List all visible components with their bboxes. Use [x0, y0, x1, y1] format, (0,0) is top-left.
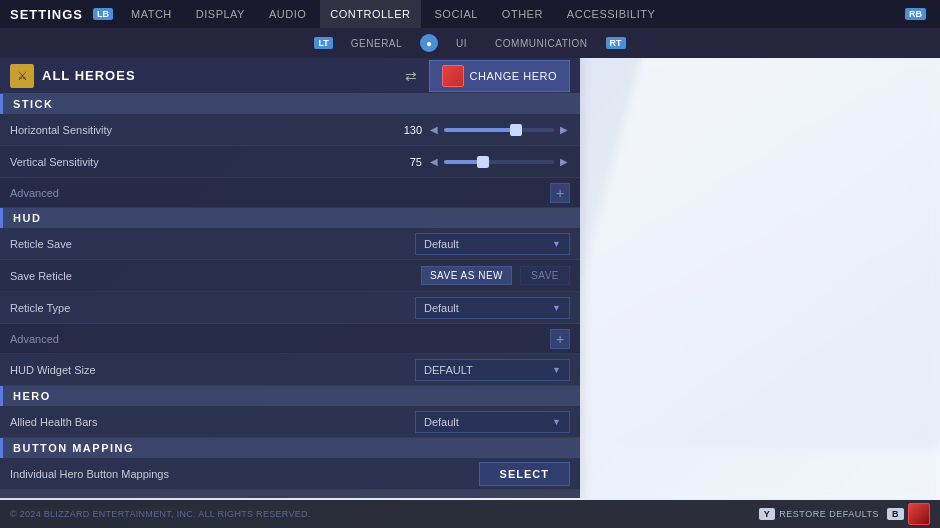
- hud-advanced-row: Advanced +: [0, 324, 580, 354]
- button-mapping-row: Individual Hero Button Mappings SELECT: [0, 458, 580, 490]
- reticle-type-label: Reticle Type: [10, 302, 415, 314]
- hud-advanced-label: Advanced: [10, 333, 550, 345]
- save-as-new-button[interactable]: SAVE AS NEW: [421, 266, 512, 285]
- horizontal-sensitivity-row: Horizontal Sensitivity 130 ◀ ▶: [0, 114, 580, 146]
- tab-social[interactable]: SOCIAL: [425, 0, 488, 28]
- horizontal-slider-right[interactable]: ▶: [558, 122, 570, 137]
- rt-badge[interactable]: RT: [606, 37, 626, 49]
- subnav-dot: ●: [420, 34, 438, 52]
- vertical-slider-container: ◀ ▶: [428, 154, 570, 169]
- settings-content: STICK Horizontal Sensitivity 130 ◀ ▶ Ver…: [0, 94, 580, 498]
- tab-controller[interactable]: CONTROLLER: [320, 0, 420, 28]
- section-hud: HUD: [0, 208, 580, 228]
- button-mapping-label: Individual Hero Button Mappings: [10, 468, 479, 480]
- hero-header: ⚔ ALL HEROES ⇄ CHANGE HERO: [0, 58, 580, 94]
- subnav-communication[interactable]: COMMUNICATION: [481, 28, 601, 58]
- vertical-slider-thumb[interactable]: [477, 156, 489, 168]
- reticle-type-dropdown[interactable]: Default ▼: [415, 297, 570, 319]
- reticle-type-arrow: ▼: [552, 303, 561, 313]
- lt-badge[interactable]: LT: [314, 37, 332, 49]
- hud-widget-size-row: HUD Widget Size DEFAULT ▼: [0, 354, 580, 386]
- vertical-sensitivity-row: Vertical Sensitivity 75 ◀ ▶: [0, 146, 580, 178]
- lb-badge[interactable]: LB: [93, 8, 113, 20]
- b-badge: B: [887, 508, 904, 520]
- horizontal-slider-left[interactable]: ◀: [428, 122, 440, 137]
- save-button[interactable]: SAVE: [520, 266, 570, 285]
- hero-portrait: [442, 65, 464, 87]
- horizontal-slider-thumb[interactable]: [510, 124, 522, 136]
- content-area: ⚔ ALL HEROES ⇄ CHANGE HERO STICK Horizon…: [0, 58, 940, 498]
- allied-health-bars-label: Allied Health Bars: [10, 416, 415, 428]
- hud-widget-size-arrow: ▼: [552, 365, 561, 375]
- allied-health-bars-arrow: ▼: [552, 417, 561, 427]
- vertical-slider-right[interactable]: ▶: [558, 154, 570, 169]
- reticle-save-arrow: ▼: [552, 239, 561, 249]
- tab-display[interactable]: DISPLAY: [186, 0, 255, 28]
- hero-icon: ⚔: [10, 64, 34, 88]
- tab-accessibility[interactable]: ACCESSIBILITY: [557, 0, 665, 28]
- section-hero: HERO: [0, 386, 580, 406]
- reticle-save-label: Reticle Save: [10, 238, 415, 250]
- allied-health-bars-row: Allied Health Bars Default ▼: [0, 406, 580, 438]
- horizontal-slider-fill: [444, 128, 516, 132]
- save-reticle-row: Save Reticle SAVE AS NEW SAVE: [0, 260, 580, 292]
- sub-navigation: LT GENERAL ● UI COMMUNICATION RT: [0, 28, 940, 58]
- tab-match[interactable]: MATCH: [121, 0, 182, 28]
- vertical-sensitivity-value: 75: [382, 156, 422, 168]
- swap-icon[interactable]: ⇄: [401, 66, 421, 86]
- reticle-type-value: Default: [424, 302, 459, 314]
- save-reticle-label: Save Reticle: [10, 270, 413, 282]
- horizontal-sensitivity-value: 130: [382, 124, 422, 136]
- rb-badge[interactable]: RB: [905, 8, 926, 20]
- stick-advanced-row: Advanced +: [0, 178, 580, 208]
- section-stick: STICK: [0, 94, 580, 114]
- top-navigation: SETTINGS LB MATCH DISPLAY AUDIO CONTROLL…: [0, 0, 940, 28]
- restore-defaults-action: Y RESTORE DEFAULTS: [759, 508, 879, 520]
- restore-defaults-label: RESTORE DEFAULTS: [779, 509, 879, 519]
- hud-advanced-expand[interactable]: +: [550, 329, 570, 349]
- left-panel: ⚔ ALL HEROES ⇄ CHANGE HERO STICK Horizon…: [0, 58, 580, 498]
- tab-audio[interactable]: AUDIO: [259, 0, 316, 28]
- section-button-mapping: BUTTON MAPPING: [0, 438, 580, 458]
- bottom-actions: Y RESTORE DEFAULTS B: [759, 503, 930, 525]
- allied-health-bars-value: Default: [424, 416, 459, 428]
- change-hero-button[interactable]: CHANGE HERO: [429, 60, 570, 92]
- hero-thumb-icon: [908, 503, 930, 525]
- copyright-text: © 2024 BLIZZARD ENTERTAINMENT, INC. ALL …: [10, 509, 759, 519]
- change-hero-label: CHANGE HERO: [470, 70, 557, 82]
- vertical-sensitivity-label: Vertical Sensitivity: [10, 156, 382, 168]
- horizontal-slider-container: ◀ ▶: [428, 122, 570, 137]
- horizontal-sensitivity-label: Horizontal Sensitivity: [10, 124, 382, 136]
- select-button[interactable]: SELECT: [479, 462, 570, 486]
- stick-advanced-label: Advanced: [10, 187, 550, 199]
- reticle-save-value: Default: [424, 238, 459, 250]
- hero-name: ALL HEROES: [42, 68, 393, 83]
- hud-widget-size-label: HUD Widget Size: [10, 364, 415, 376]
- app-title: SETTINGS: [10, 7, 83, 22]
- hud-widget-size-dropdown[interactable]: DEFAULT ▼: [415, 359, 570, 381]
- subnav-general[interactable]: GENERAL: [337, 28, 416, 58]
- reticle-save-dropdown[interactable]: Default ▼: [415, 233, 570, 255]
- bottom-bar: © 2024 BLIZZARD ENTERTAINMENT, INC. ALL …: [0, 500, 940, 528]
- reticle-save-row: Reticle Save Default ▼: [0, 228, 580, 260]
- hud-widget-size-value: DEFAULT: [424, 364, 473, 376]
- subnav-ui[interactable]: UI: [442, 28, 481, 58]
- vertical-slider-left[interactable]: ◀: [428, 154, 440, 169]
- tab-other[interactable]: OTHER: [492, 0, 553, 28]
- stick-advanced-expand[interactable]: +: [550, 183, 570, 203]
- y-badge: Y: [759, 508, 776, 520]
- back-action: B: [887, 503, 930, 525]
- horizontal-slider-track[interactable]: [444, 128, 554, 132]
- vertical-slider-track[interactable]: [444, 160, 554, 164]
- allied-health-bars-dropdown[interactable]: Default ▼: [415, 411, 570, 433]
- right-panel: [580, 58, 940, 498]
- reticle-type-row: Reticle Type Default ▼: [0, 292, 580, 324]
